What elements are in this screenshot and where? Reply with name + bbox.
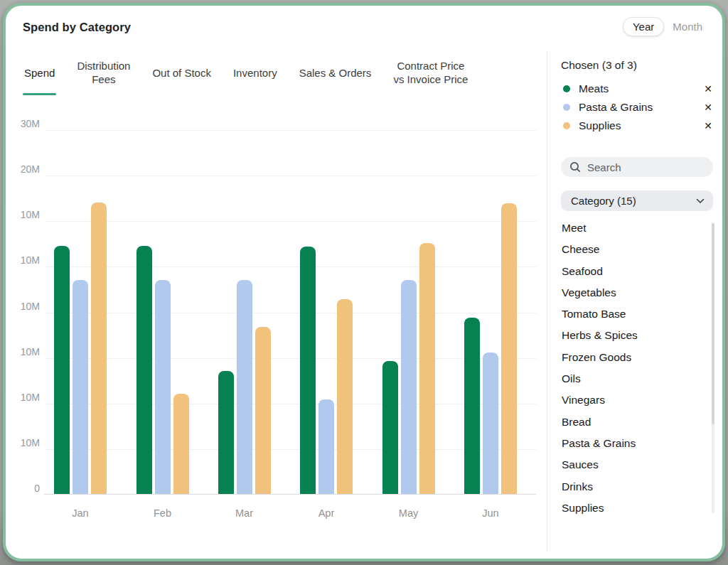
tab-spend[interactable]: Spend	[23, 51, 56, 95]
bar-supplies	[91, 203, 107, 494]
category-item[interactable]: Frozen Goods	[562, 347, 714, 368]
tab-out-of-stock[interactable]: Out of Stock	[151, 51, 213, 95]
x-axis-label: Jan	[54, 507, 107, 519]
category-item[interactable]: Pasta & Grains	[562, 433, 714, 454]
category-item[interactable]: Tomato Base	[562, 303, 714, 325]
gridline	[46, 313, 536, 313]
dashboard-card: Spend by Category Year Month SpendDistri…	[3, 3, 725, 561]
x-axis-label: Jun	[464, 507, 517, 519]
bar-supplies	[173, 394, 189, 494]
bar-group-may	[382, 243, 435, 494]
bar-pasta-grains	[483, 353, 498, 494]
category-item[interactable]: Sauces	[562, 454, 714, 475]
toggle-month-button[interactable]: Month	[671, 18, 704, 36]
y-axis-label: 30M	[11, 118, 40, 129]
sidebar-divider	[547, 51, 547, 551]
category-item[interactable]: Herbs & Spices	[562, 325, 714, 346]
bar-group-jun	[464, 203, 517, 494]
search-icon	[569, 161, 581, 173]
period-toggle: Year Month	[623, 17, 704, 36]
chosen-list: Meats✕Pasta & Grains✕Supplies✕	[561, 80, 714, 135]
y-axis: 30M20M10M10M10M10M10M10M0	[11, 130, 40, 495]
bar-pasta-grains	[401, 280, 417, 494]
category-select[interactable]: Category (15)	[561, 190, 713, 211]
x-axis-label: May	[382, 507, 435, 519]
gridline	[46, 221, 536, 222]
search-input[interactable]	[587, 161, 694, 173]
gridline	[46, 267, 536, 267]
chevron-down-icon	[696, 198, 705, 204]
bar-meats	[300, 247, 316, 494]
x-axis-label: Mar	[218, 507, 271, 519]
y-axis-label: 10M	[11, 392, 40, 403]
bar-pasta-grains	[318, 399, 334, 494]
bar-supplies	[255, 327, 271, 494]
filter-sidebar: Chosen (3 of 3) Meats✕Pasta & Grains✕Sup…	[561, 51, 714, 554]
legend-dot	[563, 122, 570, 129]
gridline	[46, 176, 536, 176]
bar-pasta-grains	[237, 280, 252, 494]
chosen-item: Supplies✕	[561, 117, 714, 135]
close-icon[interactable]: ✕	[697, 83, 714, 95]
bar-meats	[54, 246, 70, 495]
category-item[interactable]: Supplies	[562, 497, 714, 519]
chosen-heading: Chosen (3 of 3)	[561, 59, 637, 72]
category-item[interactable]: Vegetables	[562, 282, 714, 303]
category-item[interactable]: Cheese	[562, 239, 714, 260]
y-axis-label: 10M	[11, 254, 40, 266]
tab-sales-orders[interactable]: Sales & Orders	[298, 51, 373, 95]
y-axis-label: 10M	[11, 437, 40, 448]
legend-dot	[563, 104, 570, 111]
gridline	[46, 130, 536, 131]
page-background: Spend by Category Year Month SpendDistri…	[0, 0, 728, 565]
close-icon[interactable]: ✕	[697, 102, 714, 113]
legend-dot	[563, 85, 570, 92]
bar-group-feb	[136, 246, 189, 495]
category-item[interactable]: Drinks	[562, 476, 714, 497]
bar-supplies	[419, 243, 435, 494]
scrollbar-thumb[interactable]	[712, 223, 714, 424]
category-item[interactable]: Bread	[562, 411, 714, 433]
bar-meats	[218, 371, 234, 494]
chosen-item: Pasta & Grains✕	[561, 98, 714, 117]
gridline	[46, 358, 536, 359]
x-axis-label: Feb	[136, 507, 189, 519]
page-title: Spend by Category	[23, 21, 131, 34]
y-axis-label: 10M	[11, 209, 40, 220]
scrollbar-track[interactable]	[712, 223, 714, 513]
bar-group-jan	[54, 203, 107, 494]
tab-contract-price-vs-invoice-price[interactable]: Contract Price vs Invoice Price	[392, 51, 469, 95]
bar-pasta-grains	[155, 280, 171, 494]
legend-label: Supplies	[579, 119, 697, 132]
category-select-label: Category (15)	[571, 195, 636, 207]
bar-group-apr	[300, 247, 353, 494]
category-item[interactable]: Meet	[562, 217, 714, 239]
category-item[interactable]: Vinegars	[562, 389, 714, 411]
bar-supplies	[501, 203, 517, 494]
legend-label: Meats	[579, 82, 697, 95]
y-axis-label: 10M	[11, 346, 40, 357]
category-item[interactable]: Seafood	[562, 261, 714, 282]
bar-meats	[382, 361, 398, 494]
tab-distribution-fees[interactable]: Distribution Fees	[75, 51, 132, 95]
bar-meats	[136, 246, 152, 495]
chosen-item: Meats✕	[561, 80, 714, 98]
category-list: MeetCheeseSeafoodVegetablesTomato BaseHe…	[562, 217, 714, 519]
toggle-year-button[interactable]: Year	[623, 17, 664, 36]
x-axis-line	[44, 494, 536, 495]
category-item[interactable]: Oils	[562, 368, 714, 389]
y-axis-label: 0	[11, 483, 40, 494]
bar-pasta-grains	[73, 280, 88, 494]
search-box	[561, 157, 713, 177]
close-icon[interactable]: ✕	[697, 120, 714, 131]
bar-meats	[464, 318, 480, 494]
y-axis-label: 10M	[11, 301, 40, 312]
plot-area: JanFebMarAprMayJun	[46, 130, 536, 495]
bar-group-mar	[218, 280, 271, 494]
gridline	[46, 449, 536, 450]
gridline	[46, 404, 536, 404]
tab-bar: SpendDistribution FeesOut of StockInvent…	[23, 51, 469, 95]
x-axis-label: Apr	[300, 507, 353, 519]
legend-label: Pasta & Grains	[579, 101, 697, 114]
tab-inventory[interactable]: Inventory	[232, 51, 279, 95]
